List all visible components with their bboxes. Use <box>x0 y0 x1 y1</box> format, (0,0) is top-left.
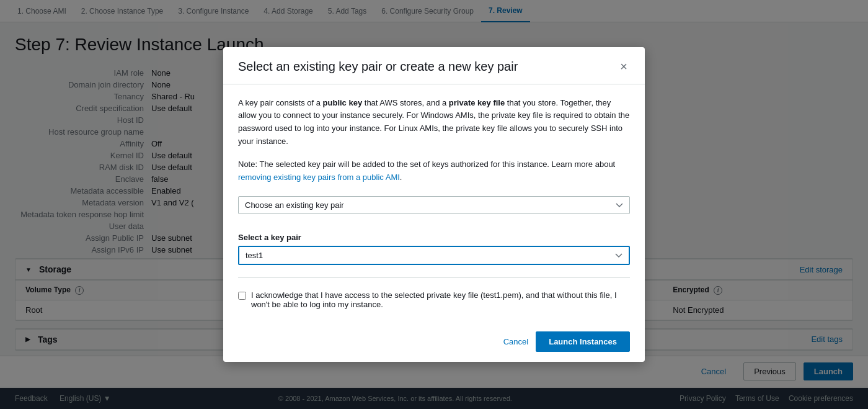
modal-divider <box>238 277 630 278</box>
select-key-pair-group: Select a key pair test1 <box>238 233 630 265</box>
modal-note: Note: The selected key pair will be adde… <box>238 158 630 184</box>
remove-key-pairs-link[interactable]: removing existing key pairs from a publi… <box>238 173 400 182</box>
select-key-pair-label: Select a key pair <box>238 233 630 242</box>
acknowledge-label: I acknowledge that I have access to the … <box>251 290 630 309</box>
acknowledge-checkbox[interactable] <box>238 292 246 300</box>
public-key-bold: public key <box>323 98 363 107</box>
acknowledge-row: I acknowledge that I have access to the … <box>238 290 630 309</box>
key-pair-select[interactable]: test1 <box>238 246 630 265</box>
key-pair-type-group: Choose an existing key pair Create a new… <box>238 196 630 223</box>
private-key-bold: private key file <box>449 98 505 107</box>
modal-cancel-button[interactable]: Cancel <box>503 337 528 346</box>
key-pair-type-select[interactable]: Choose an existing key pair Create a new… <box>238 196 630 214</box>
modal-description: A key pair consists of a public key that… <box>238 97 630 148</box>
modal-overlay: Select an existing key pair or create a … <box>0 0 868 409</box>
modal-launch-button[interactable]: Launch Instances <box>536 331 630 352</box>
modal-close-button[interactable]: × <box>618 60 630 73</box>
modal-footer: Cancel Launch Instances <box>223 321 645 362</box>
modal-title: Select an existing key pair or create a … <box>238 60 518 74</box>
modal-body: A key pair consists of a public key that… <box>223 84 645 322</box>
modal-dialog: Select an existing key pair or create a … <box>223 47 645 362</box>
modal-header: Select an existing key pair or create a … <box>223 47 645 84</box>
